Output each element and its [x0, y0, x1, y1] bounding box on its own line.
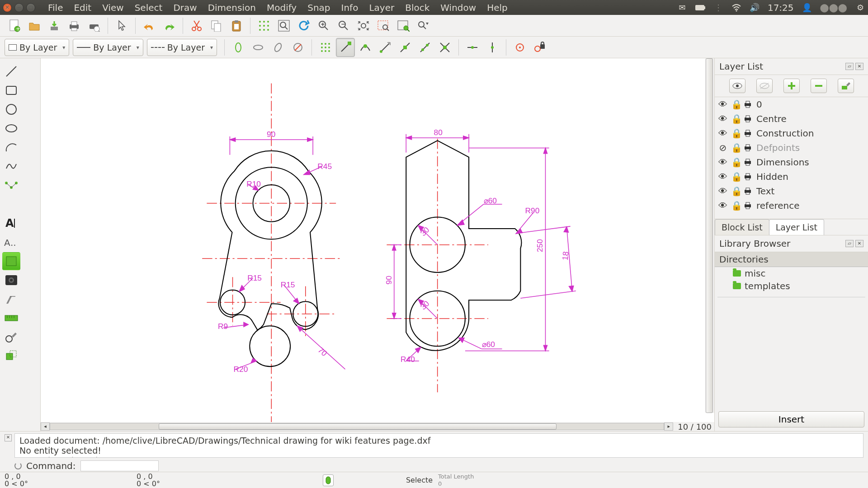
layer-visibility-icon[interactable]: ⊘ [718, 142, 727, 153]
lib-close-button[interactable]: ✕ [855, 240, 863, 247]
spline-tool[interactable] [2, 157, 20, 175]
menu-edit[interactable]: Edit [68, 0, 97, 15]
layer-row[interactable]: 👁🔒reference [715, 198, 868, 213]
zoom-out-button[interactable]: − [334, 16, 353, 35]
hatch-tool[interactable] [2, 252, 20, 270]
layer-showall-button[interactable] [729, 79, 745, 93]
user-icon[interactable]: 👤 [802, 3, 812, 13]
image-tool[interactable] [2, 271, 20, 289]
library-dir[interactable]: templates [715, 280, 868, 292]
menu-modify[interactable]: Modify [261, 0, 302, 15]
panel-close-button[interactable]: ✕ [855, 63, 863, 70]
undo-button[interactable] [140, 16, 159, 35]
layer-print-icon[interactable] [744, 130, 753, 137]
grid-toggle-button[interactable] [255, 16, 274, 35]
settings-gear-icon[interactable]: ⚙ [855, 3, 865, 13]
restrict-vertical-button[interactable] [483, 38, 502, 57]
block-tool[interactable] [2, 347, 20, 365]
layer-print-icon[interactable] [744, 159, 753, 166]
zoom-pan-button[interactable] [394, 16, 413, 35]
snap-distance-button[interactable] [415, 38, 434, 57]
zoom-fit-button[interactable] [274, 16, 293, 35]
layer-visibility-icon[interactable]: 👁 [718, 186, 727, 197]
menu-block[interactable]: Block [400, 0, 435, 15]
snap-on-entity-button[interactable] [356, 38, 375, 57]
scroll-right-button[interactable]: ▸ [664, 422, 673, 431]
layer-print-icon[interactable] [744, 144, 753, 151]
print-button[interactable] [65, 16, 84, 35]
rectangle-tool[interactable] [2, 81, 20, 99]
save-button[interactable] [45, 16, 64, 35]
tab-block-list[interactable]: Block List [715, 219, 769, 235]
menu-layer[interactable]: Layer [363, 0, 400, 15]
layer-visibility-icon[interactable]: 👁 [718, 99, 727, 110]
polyline-tool[interactable] [2, 176, 20, 194]
isoproj-top-button[interactable] [249, 38, 268, 57]
menu-view[interactable]: View [97, 0, 129, 15]
measure-tool[interactable] [2, 309, 20, 327]
layer-lock-icon[interactable]: 🔒 [731, 171, 740, 182]
layer-print-icon[interactable] [744, 101, 753, 108]
log-clear-button[interactable]: ✕ [5, 434, 12, 441]
layer-row[interactable]: ⊘🔒Defpoints [715, 141, 868, 155]
lib-float-button[interactable]: ▱ [845, 240, 854, 247]
sound-icon[interactable]: 🔊 [750, 3, 760, 13]
layer-row[interactable]: 👁🔒Centre [715, 112, 868, 126]
redo-button[interactable] [160, 16, 179, 35]
isoproj-left-button[interactable] [229, 38, 248, 57]
relative-zero-button[interactable] [510, 38, 529, 57]
menu-file[interactable]: File [42, 0, 68, 15]
circle-tool[interactable] [2, 100, 20, 118]
paste-button[interactable] [227, 16, 246, 35]
menu-draw[interactable]: Draw [168, 0, 202, 15]
refresh-button[interactable] [294, 16, 313, 35]
menu-snap[interactable]: Snap [302, 0, 335, 15]
snap-endpoint-button[interactable] [336, 38, 355, 57]
dimension-tool[interactable] [2, 290, 20, 308]
layer-hideall-button[interactable] [756, 79, 773, 93]
layer-row[interactable]: 👁🔒0 [715, 97, 868, 112]
layer-print-icon[interactable] [744, 202, 753, 209]
menu-select[interactable]: Select [129, 0, 168, 15]
layer-row[interactable]: 👁🔒Dimensions [715, 155, 868, 169]
layer-lock-icon[interactable]: 🔒 [731, 142, 740, 153]
snap-intersection-button[interactable] [435, 38, 454, 57]
layer-row[interactable]: 👁🔒Text [715, 184, 868, 198]
mtext-tool[interactable]: A.. [2, 233, 20, 251]
menu-window[interactable]: Window [435, 0, 481, 15]
layer-lock-icon[interactable]: 🔒 [731, 186, 740, 197]
layer-visibility-icon[interactable]: 👁 [718, 113, 727, 124]
bluetooth-icon[interactable]: ⋮ [713, 3, 723, 13]
layer-row[interactable]: 👁🔒Construction [715, 126, 868, 141]
horizontal-scrollbar[interactable] [50, 423, 664, 430]
layer-visibility-icon[interactable]: 👁 [718, 200, 727, 211]
menu-info[interactable]: Info [336, 0, 364, 15]
menu-dimension[interactable]: Dimension [203, 0, 261, 15]
insert-button[interactable]: Insert [718, 411, 864, 427]
color-combo[interactable]: By Layer▾ [5, 39, 69, 56]
cut-button[interactable] [187, 16, 206, 35]
tab-layer-list[interactable]: Layer List [769, 219, 824, 235]
layer-visibility-icon[interactable]: 👁 [718, 171, 727, 182]
library-dir[interactable]: misc [715, 267, 868, 280]
open-file-button[interactable] [25, 16, 44, 35]
text-tool[interactable]: A [2, 214, 20, 232]
layer-print-icon[interactable] [744, 115, 753, 122]
snap-center-button[interactable] [376, 38, 395, 57]
layer-lock-icon[interactable]: 🔒 [731, 113, 740, 124]
layer-remove-button[interactable] [811, 79, 827, 93]
copy-button[interactable] [207, 16, 226, 35]
lock-relative-zero-button[interactable] [530, 38, 549, 57]
isoproj-right-button[interactable] [269, 38, 288, 57]
isoproj-off-button[interactable] [288, 38, 307, 57]
user-name[interactable]: ⬤⬤⬤ [820, 3, 847, 12]
drawing-canvas[interactable]: 90 R45 R10 R15 R15 R9 [41, 58, 714, 422]
layer-add-button[interactable] [783, 79, 800, 93]
vertical-scrollbar[interactable] [705, 58, 714, 413]
new-file-button[interactable]: + [5, 16, 24, 35]
scroll-left-button[interactable]: ◂ [41, 422, 50, 431]
snap-middle-button[interactable] [396, 38, 415, 57]
wifi-icon[interactable] [731, 3, 741, 13]
layer-visibility-icon[interactable]: 👁 [718, 128, 727, 139]
mail-icon[interactable]: ✉ [677, 3, 687, 13]
